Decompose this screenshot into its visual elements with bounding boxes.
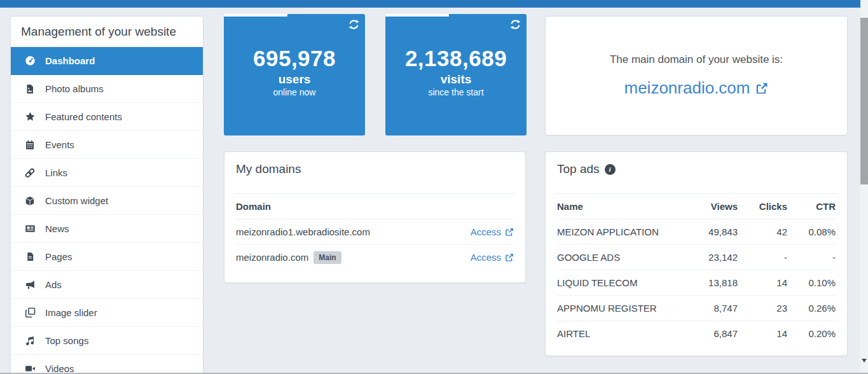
sidebar-item-label: News (45, 223, 69, 234)
ad-name: MEIZON APPLICATION (557, 219, 677, 245)
ad-ctr: 0.20% (787, 321, 836, 347)
top-ads-title: Top ads (557, 162, 600, 176)
sidebar-item-pages[interactable]: Pages (11, 243, 203, 271)
sidebar-item-dashboard[interactable]: Dashboard (11, 47, 203, 75)
main-domain-link[interactable]: meizonradio.com (624, 78, 769, 98)
sidebar-item-videos[interactable]: Videos (11, 355, 203, 374)
info-icon[interactable]: i (605, 164, 616, 175)
ad-clicks: 14 (738, 321, 787, 347)
scrollbar-thumb[interactable] (860, 18, 868, 184)
cube-icon (24, 195, 36, 206)
sidebar-item-photo-albums[interactable]: Photo albums (11, 75, 203, 103)
ad-views: 6,847 (677, 321, 738, 347)
sidebar-item-custom-widget[interactable]: Custom widget (11, 187, 203, 215)
column-header-access (446, 194, 514, 219)
access-label: Access (471, 226, 501, 237)
sidebar-item-links[interactable]: Links (11, 159, 203, 187)
bullhorn-icon (24, 279, 36, 290)
sidebar-item-image-slider[interactable]: Image slider (11, 299, 203, 327)
my-domains-card: My domains Domain meizonradio1.webradios… (224, 151, 526, 283)
table-row: AIRTEL 6,847 14 0.20% (557, 321, 836, 347)
stat-label: visits (385, 73, 527, 87)
access-link[interactable]: Access (471, 226, 514, 237)
column-header-ctr: CTR (787, 194, 836, 219)
vertical-scrollbar[interactable] (860, 0, 868, 374)
sidebar-item-news[interactable]: News (11, 215, 203, 243)
domain-cell: meizonradio1.webradiosite.com (236, 219, 446, 245)
ad-ctr: 0.26% (787, 296, 836, 321)
ad-ctr: 0.08% (787, 219, 836, 245)
stat-sublabel: online now (224, 87, 365, 97)
ad-ctr: - (787, 245, 836, 270)
ad-name: APPNOMU REGISTER (557, 296, 677, 321)
column-header-views: Views (677, 194, 738, 219)
stat-label: users (224, 73, 365, 87)
scroll-down-arrow-icon[interactable] (862, 359, 867, 363)
newspaper-icon (24, 223, 36, 234)
ad-views: 49,843 (677, 219, 738, 245)
access-link[interactable]: Access (471, 252, 514, 263)
ad-views: 23,142 (677, 245, 738, 270)
main-domain-card: The main domain of your website is: meiz… (545, 16, 848, 135)
ad-name: LIQUID TELECOM (557, 270, 677, 296)
sidebar-item-label: Featured contents (45, 111, 122, 122)
stat-progress-indicator (224, 14, 287, 17)
table-row: APPNOMU REGISTER 8,747 23 0.26% (557, 296, 836, 321)
stat-sublabel: since the start (385, 87, 527, 97)
refresh-icon[interactable] (510, 19, 521, 32)
stat-progress-indicator (385, 14, 449, 17)
top-ads-card: Top ads i Name Views Clicks CTR MEIZON A… (545, 151, 848, 356)
calendar-icon (24, 139, 36, 150)
stat-value: 2,138,689 (385, 47, 527, 71)
ad-clicks: 23 (738, 296, 787, 321)
column-header-domain: Domain (236, 194, 446, 219)
ad-name: AIRTEL (557, 321, 677, 347)
ad-views: 13,818 (677, 270, 738, 296)
stat-value: 695,978 (224, 47, 365, 71)
refresh-icon[interactable] (348, 19, 359, 32)
table-row: meizonradio1.webradiosite.com Access (236, 219, 514, 245)
main-badge: Main (313, 251, 341, 264)
table-row: GOOGLE ADS 23,142 - - (557, 245, 836, 270)
sidebar-item-top-songs[interactable]: Top songs (11, 327, 203, 355)
music-icon (24, 335, 36, 346)
tachometer-icon (24, 55, 36, 66)
domain-cell: meizonradio.com (236, 252, 308, 263)
sidebar-item-label: Links (45, 167, 67, 178)
ad-clicks: 14 (738, 270, 787, 296)
star-icon (24, 111, 36, 122)
column-header-name: Name (557, 194, 677, 219)
top-accent-bar (0, 0, 860, 8)
main-domain-caption: The main domain of your website is: (610, 53, 783, 66)
ad-name: GOOGLE ADS (557, 245, 677, 270)
clone-icon (24, 307, 36, 318)
main-domain-text: meizonradio.com (624, 78, 750, 98)
external-link-icon (755, 82, 768, 95)
my-domains-title: My domains (224, 152, 525, 193)
sidebar-item-ads[interactable]: Ads (11, 271, 203, 299)
external-link-icon (505, 228, 514, 237)
sidebar-title: Management of your website (11, 17, 203, 47)
table-row: meizonradio.comMain Access (236, 245, 514, 270)
sidebar-item-label: Ads (45, 279, 62, 290)
top-ads-table: Name Views Clicks CTR MEIZON APPLICATION… (557, 194, 836, 346)
table-row: LIQUID TELECOM 13,818 14 0.10% (557, 270, 836, 296)
ad-clicks: 42 (738, 219, 787, 245)
stat-card-users: 695,978 users online now (224, 14, 365, 135)
sidebar-item-label: Pages (45, 251, 72, 262)
sidebar-item-featured-contents[interactable]: Featured contents (11, 103, 203, 131)
table-row: MEIZON APPLICATION 49,843 42 0.08% (557, 219, 836, 245)
sidebar-item-events[interactable]: Events (11, 131, 203, 159)
external-link-icon (505, 253, 514, 262)
sidebar: Management of your website Dashboard Pho… (10, 16, 203, 374)
column-header-clicks: Clicks (738, 194, 787, 219)
sidebar-item-label: Image slider (45, 307, 97, 318)
access-label: Access (471, 252, 501, 263)
sidebar-item-label: Dashboard (45, 55, 95, 66)
file-icon (24, 251, 36, 262)
sidebar-item-label: Events (45, 139, 74, 150)
ad-clicks: - (738, 245, 787, 270)
ad-ctr: 0.10% (787, 270, 836, 296)
my-domains-table: Domain meizonradio1.webradiosite.com Acc… (236, 194, 514, 270)
sidebar-item-label: Custom widget (45, 195, 108, 206)
